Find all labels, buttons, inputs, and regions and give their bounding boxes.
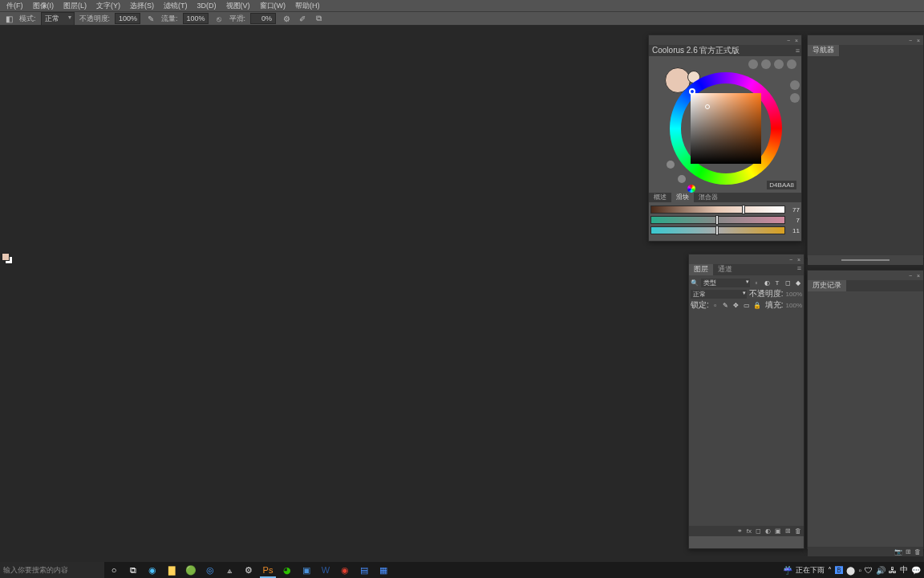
fg-color[interactable] [2,253,10,261]
group-icon[interactable]: ▣ [775,527,781,535]
menu-window[interactable]: 窗口(W) [255,1,291,11]
tool-preset-icon[interactable]: ◧ [3,13,14,24]
layer-mask-icon[interactable]: ◻ [756,527,761,535]
menu-image[interactable]: 图像(I) [28,1,59,11]
app-generic3[interactable]: ◉ [335,562,355,578]
layer-opacity-value[interactable]: 100% [786,291,802,298]
wheel-control[interactable] [667,161,675,169]
minimize-icon[interactable]: − [785,38,792,43]
saturation-value-box[interactable] [691,93,761,164]
tray-bluetooth-icon[interactable]: 🅱 [835,566,843,575]
app-photoshop[interactable]: Ps [258,562,278,578]
layers-list[interactable] [689,312,804,526]
lock-transparent-icon[interactable]: ▫ [711,301,719,309]
taskview-icon[interactable]: ⧉ [124,562,143,578]
close-icon[interactable]: × [915,38,922,43]
app-explorer[interactable]: ▇ [162,562,181,578]
weather-icon[interactable]: ☔ [783,566,792,575]
opacity-input[interactable]: 100% [115,13,140,24]
delete-state-icon[interactable]: 🗑 [914,548,921,556]
harmony-dot[interactable] [787,59,796,69]
tab-history[interactable]: 历史记录 [808,280,846,291]
tray-volume-icon[interactable]: 🔊 [876,566,886,575]
flow-input[interactable]: 100% [183,13,209,24]
app-generic2[interactable]: ▣ [297,562,316,578]
tray-network-icon[interactable]: 🖧 [889,566,897,575]
minimize-icon[interactable]: − [907,273,914,278]
airbrush-icon[interactable]: ⎋ [213,13,225,24]
app-word[interactable]: W [316,562,335,578]
new-state-icon[interactable]: ⊞ [906,548,911,556]
smooth-input[interactable]: 0% [250,13,276,24]
app-generic4[interactable]: ▤ [355,562,374,578]
tray-defender-icon[interactable]: 🛡 [865,566,873,575]
blend-mode-select[interactable]: 正常 [691,290,747,299]
adjustment-layer-icon[interactable]: ◐ [765,527,771,535]
slider-1[interactable] [650,206,785,214]
harmony-dot[interactable] [790,93,800,103]
navigator-view[interactable] [808,56,923,255]
panel-menu-icon[interactable]: ≡ [795,264,804,275]
tab-overview[interactable]: 概述 [649,193,671,202]
cortana-icon[interactable]: ○ [104,562,124,578]
tray-notification-icon[interactable]: 💬 [911,566,921,575]
harmony-dot[interactable] [748,59,758,69]
tray-chevron-icon[interactable]: ˄ [828,566,832,575]
lock-pixels-icon[interactable]: ✎ [722,301,730,309]
menu-3d[interactable]: 3D(D) [192,2,221,10]
new-layer-icon[interactable]: ⊞ [785,527,791,535]
tab-layers[interactable]: 图层 [689,264,713,275]
menu-select[interactable]: 选择(S) [125,1,159,11]
tab-channels[interactable]: 通道 [713,264,737,275]
tab-navigator[interactable]: 导航器 [808,45,839,56]
symmetry-icon[interactable]: ⧉ [313,13,324,24]
app-chrome[interactable]: 🟢 [181,562,201,578]
slider-thumb[interactable] [742,205,745,214]
filter-adjust-icon[interactable]: ◐ [763,279,771,287]
filter-pixel-icon[interactable]: ▫ [752,279,760,287]
app-settings[interactable]: ⚙ [239,562,258,578]
slider-thumb[interactable] [715,226,719,235]
close-icon[interactable]: × [796,257,802,262]
link-layers-icon[interactable]: ⚭ [737,527,743,535]
menu-type[interactable]: 文字(Y) [91,1,125,11]
menu-file[interactable]: 件(F) [2,1,28,11]
color-swatches[interactable] [1,252,12,271]
slider-3[interactable] [650,226,785,234]
sv-cursor[interactable] [705,104,710,109]
lock-all-icon[interactable]: 🔒 [753,301,761,309]
minimize-icon[interactable]: − [788,257,794,262]
smooth-options-icon[interactable]: ⚙ [281,13,292,24]
tab-sliders[interactable]: 滑块 [671,193,694,202]
menu-view[interactable]: 视图(V) [221,1,255,11]
filter-shape-icon[interactable]: ◻ [784,279,792,287]
wheel-control[interactable] [687,185,695,193]
slider-thumb[interactable] [715,215,719,225]
navigator-zoom-bar[interactable] [808,255,923,265]
search-icon[interactable]: 🔍 [691,279,699,287]
history-list[interactable] [808,291,923,547]
app-generic5[interactable]: ▦ [374,562,393,578]
menu-help[interactable]: 帮助(H) [290,1,325,11]
snapshot-icon[interactable]: 📷 [894,548,902,556]
app-edge[interactable]: ◉ [143,562,162,578]
tray-app-icon[interactable]: ⬤ [846,566,855,575]
minimize-icon[interactable]: − [907,38,914,43]
hex-value[interactable]: D4BAA8 [767,181,796,189]
taskbar-search[interactable]: 输入你要搜索的内容 [0,562,104,578]
close-icon[interactable]: × [915,273,922,278]
menu-filter[interactable]: 滤镜(T) [159,1,192,11]
tray-ime-icon[interactable]: 中 [900,564,908,576]
app-wechat[interactable]: ◕ [278,562,297,578]
app-generic[interactable]: ◎ [201,562,220,578]
slider-2[interactable] [650,216,785,224]
close-icon[interactable]: × [793,38,800,43]
pressure-size-icon[interactable]: ✐ [297,13,308,24]
layer-fill-value[interactable]: 100% [786,302,802,309]
harmony-dot[interactable] [790,80,800,90]
lock-position-icon[interactable]: ✥ [732,301,740,309]
harmony-dot[interactable] [774,59,784,69]
panel-menu-icon[interactable]: ≡ [796,47,800,55]
filter-smart-icon[interactable]: ◆ [794,279,802,287]
hue-cursor[interactable] [689,88,695,95]
